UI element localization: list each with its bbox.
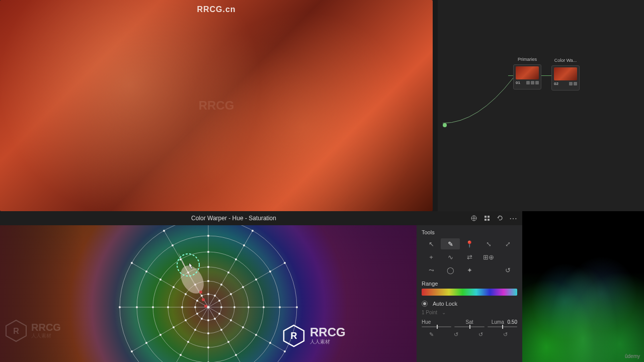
svg-point-78 (145, 342, 147, 344)
smooth-icon[interactable]: ∿ (441, 251, 460, 262)
luma-label: Luma (492, 319, 504, 325)
rrcg-brand: RRCG (31, 322, 61, 332)
watermark-top: RRCG.cn (197, 5, 235, 14)
autolock-label: Auto Lock (433, 301, 457, 307)
reset-sat-icon[interactable]: ↺ (478, 331, 486, 338)
node-color-warper[interactable]: Color Wa... 02 (551, 65, 580, 90)
svg-point-84 (136, 306, 138, 308)
svg-point-77 (159, 334, 162, 336)
convert-icon[interactable]: ✦ (460, 264, 479, 276)
panel-header: Color Warper - Hue - Saturation ⋯ (0, 211, 522, 225)
rrcg-sub: 人人素材 (31, 332, 61, 339)
svg-point-43 (284, 262, 286, 264)
hue-slider[interactable] (422, 326, 451, 327)
svg-point-32 (214, 295, 216, 297)
svg-point-53 (255, 334, 257, 336)
node-primaries[interactable]: Primaries 01 (513, 64, 541, 89)
node-connector (541, 75, 551, 76)
waveform-scope (522, 211, 644, 362)
scopes-panel: ûdemy (522, 211, 644, 362)
svg-point-100 (202, 298, 205, 301)
node-badges (526, 81, 539, 84)
warper-mesh[interactable] (118, 225, 299, 362)
svg-point-26 (207, 293, 209, 295)
watermark-center: RRCG (199, 99, 234, 113)
luma-slider[interactable] (488, 326, 517, 327)
svg-text:R: R (13, 327, 19, 335)
reset-luma-icon[interactable]: ↺ (503, 331, 510, 338)
svg-point-63 (207, 332, 209, 334)
select-tool-icon[interactable]: ↖ (422, 238, 441, 249)
graph-input-dot[interactable] (443, 123, 447, 127)
svg-point-86 (196, 300, 198, 302)
udemy-watermark: ûdemy (625, 353, 640, 359)
svg-point-54 (269, 342, 271, 344)
svg-point-88 (173, 286, 175, 288)
svg-point-87 (185, 293, 187, 295)
point-count-dropdown[interactable]: 1 Point (422, 310, 437, 315)
svg-point-49 (296, 306, 298, 308)
svg-point-29 (207, 251, 209, 253)
contract-tool-icon[interactable]: ⤡ (479, 238, 498, 249)
select-ring-icon[interactable]: ◯ (441, 264, 460, 276)
color-warper-panel: Color Warper - Hue - Saturation ⋯ (0, 211, 522, 362)
expand-tool-icon[interactable]: ⤢ (498, 238, 517, 249)
svg-point-83 (152, 306, 154, 308)
draw-tool-icon[interactable]: ✎ (441, 238, 460, 249)
hue-saturation-grid[interactable] (0, 225, 417, 362)
grid-icon[interactable] (483, 214, 491, 222)
svg-point-45 (233, 306, 235, 308)
svg-point-40 (242, 286, 244, 288)
more-icon[interactable]: ⋯ (509, 214, 517, 222)
reset-tool-icon[interactable]: ↺ (498, 264, 517, 276)
chevron-down-icon[interactable]: ⌄ (442, 310, 446, 315)
svg-point-37 (252, 230, 254, 232)
rrcg-sub: 人人素材 (310, 338, 346, 345)
reset-icon[interactable] (496, 214, 504, 222)
pin-tool-icon[interactable]: 📍 (460, 238, 479, 249)
svg-point-39 (230, 293, 232, 295)
blank-tool (498, 251, 517, 262)
svg-rect-4 (488, 216, 490, 218)
svg-point-52 (242, 326, 244, 328)
svg-point-41 (255, 279, 257, 281)
increase-resolution-icon[interactable]: ⊞⊕ (479, 251, 498, 262)
svg-point-56 (214, 318, 216, 320)
svg-rect-5 (485, 219, 487, 221)
svg-point-75 (185, 319, 187, 321)
add-point-icon[interactable]: + (422, 251, 441, 262)
autolock-radio[interactable] (422, 301, 428, 307)
svg-point-57 (220, 329, 222, 331)
rrcg-logo-icon: R (4, 319, 28, 343)
svg-point-55 (284, 350, 286, 352)
blank-tool (479, 264, 498, 276)
range-spectrum[interactable] (422, 289, 517, 296)
svg-point-71 (180, 354, 182, 356)
node-thumbnail (554, 67, 577, 80)
sat-slider[interactable] (454, 326, 484, 327)
node-label: Primaries (514, 57, 541, 62)
svg-point-50 (218, 313, 220, 315)
svg-point-97 (163, 230, 165, 232)
svg-point-101 (204, 305, 207, 308)
select-row-icon[interactable]: ⤳ (422, 264, 441, 276)
range-title: Range (422, 281, 517, 287)
svg-point-33 (220, 284, 222, 286)
node-label: Color Wa... (552, 58, 579, 63)
eyedropper-icon[interactable]: ✎ (429, 331, 436, 338)
svg-point-27 (207, 280, 209, 282)
sat-label: Sat (453, 319, 485, 325)
svg-point-82 (167, 306, 169, 308)
svg-point-76 (173, 326, 175, 328)
svg-point-48 (279, 306, 281, 308)
svg-point-99 (199, 291, 202, 294)
reset-hue-icon[interactable]: ↺ (454, 331, 461, 338)
svg-point-90 (145, 270, 147, 273)
vectorscope-icon[interactable] (470, 214, 478, 222)
node-connection-curve (443, 75, 513, 126)
node-graph[interactable]: Primaries 01 Color Wa... 02 (438, 0, 644, 211)
svg-point-96 (172, 244, 174, 246)
swap-icon[interactable]: ⇄ (460, 251, 479, 262)
svg-point-46 (248, 306, 250, 308)
svg-point-98 (176, 261, 209, 298)
